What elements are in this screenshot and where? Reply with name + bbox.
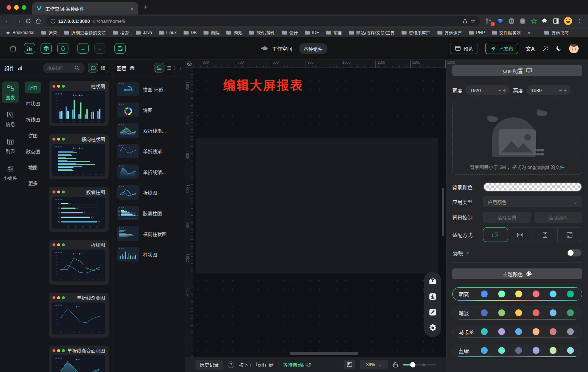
star-extension-icon[interactable] [530, 18, 537, 24]
help-icon[interactable]: ? [228, 361, 234, 368]
filter-toggle[interactable] [567, 249, 581, 256]
bookmark-folder[interactable]: IDE [305, 30, 319, 35]
width-stepper[interactable]: − + [466, 85, 510, 95]
bookmark-folder[interactable]: 搜索 [113, 30, 129, 36]
background-upload-dropzone[interactable]: 背景图需小于 5M ，格式为 png/jpg/gif 的文件 [452, 103, 582, 175]
bookmark-folder[interactable]: 项目 [326, 30, 342, 36]
bookmarks-overflow-chevron[interactable]: » [528, 30, 530, 35]
dashboard-chart-hbar[interactable] [277, 141, 347, 182]
canvas-text-element[interactable]: 编辑大屏报表 [223, 76, 303, 93]
close-window-button[interactable] [7, 5, 11, 10]
tab-manager-extension-icon[interactable]: 9 [486, 18, 492, 24]
browser-tab[interactable]: 工作空间-各种组件 × [32, 2, 138, 14]
browser-back-icon[interactable]: ← [3, 16, 13, 26]
bookmark-star-icon[interactable]: ☆ [471, 18, 475, 24]
height-field[interactable] [530, 87, 557, 93]
zoom-slider-handle[interactable] [410, 362, 415, 367]
dashboard-chart-capsule[interactable] [348, 142, 414, 186]
lock-scale-icon[interactable] [393, 362, 398, 368]
component-card[interactable]: 折线图 data1data2350300250200150100500MonTu… [49, 240, 109, 285]
layer-item[interactable]: 柱状图 [117, 247, 181, 262]
search-input[interactable] [46, 65, 73, 71]
layer-item[interactable]: 厦门20南阳40北京60上海80新疆100020406080100 胶囊柱图 [117, 206, 181, 220]
fit-stretch-button[interactable] [557, 228, 582, 242]
shortcut-extension-icon[interactable] [508, 18, 514, 24]
increase-width-button[interactable]: + [503, 87, 506, 93]
component-card[interactable]: 单折线渐变图 data1200150100500MonTueWedThuFriS… [49, 293, 109, 338]
new-tab-button[interactable]: + [144, 4, 148, 11]
home-icon[interactable] [33, 16, 43, 26]
layer-item[interactable]: 饼图 [117, 103, 181, 117]
project-name-pill[interactable]: 各种组件 [299, 43, 327, 54]
browser-profile-avatar[interactable] [564, 17, 572, 25]
undo-button[interactable]: ← [77, 43, 89, 54]
app-home-icon[interactable] [9, 45, 17, 52]
preview-button[interactable]: 预览 [450, 43, 478, 54]
bookmark-folder[interactable]: 文件服务器 [492, 30, 521, 36]
dark-mode-moon-icon[interactable] [556, 45, 562, 51]
increase-height-button[interactable]: + [564, 87, 567, 93]
minimize-window-button[interactable] [14, 5, 19, 10]
bookmark-folder[interactable]: PHP [469, 30, 485, 35]
bookmark-folder[interactable]: 近期需要读的文章 [64, 30, 106, 36]
bg-color-swatch[interactable] [483, 182, 582, 192]
bookmark-folder[interactable]: 游戏 [226, 30, 242, 36]
category-所有[interactable]: 所有 [25, 81, 41, 93]
reload-icon[interactable] [23, 16, 33, 26]
dashboard-chart-line2[interactable] [202, 183, 272, 223]
export-upload-button[interactable] [428, 276, 437, 286]
puzzle-extensions-icon[interactable] [542, 18, 548, 24]
share-icon[interactable] [462, 18, 468, 24]
layers-panel-toggle-button[interactable] [41, 43, 52, 54]
dashboard-chart-donut[interactable] [281, 217, 348, 266]
settings-gear-button[interactable] [428, 323, 437, 333]
layer-item[interactable]: 单折线渐... [117, 144, 181, 158]
sidebar-tab-列表[interactable]: 列表 [2, 135, 19, 157]
bookmark-folder[interactable]: 软件/硬件 [249, 30, 275, 36]
bookmark-folder[interactable]: 资讯未整理 [402, 30, 430, 36]
gem-extension-icon[interactable] [497, 18, 503, 24]
tab-close-icon[interactable]: × [130, 6, 134, 11]
layer-item[interactable]: 单折线渐... [117, 164, 181, 179]
import-download-button[interactable] [428, 292, 437, 301]
component-card[interactable]: 柱状图 data1data2350300250200150100500MonTu… [49, 81, 109, 126]
site-info-icon[interactable] [51, 19, 55, 24]
collapse-panel-chevron[interactable]: ‹ [180, 65, 181, 71]
sidebar-tab-图表[interactable]: 图表 [2, 81, 19, 103]
fit-height-button[interactable] [533, 228, 557, 242]
save-button[interactable] [114, 43, 126, 54]
clear-color-button[interactable]: 清除颜色 [534, 212, 583, 223]
bookmark-folder[interactable]: 其他语言 [437, 30, 462, 36]
theme-马卡龙[interactable]: 马卡龙 [452, 325, 582, 338]
zoom-slider[interactable] [403, 364, 436, 365]
magic-wand-icon[interactable] [542, 45, 549, 52]
minimap-toggle-button[interactable] [344, 360, 355, 369]
height-stepper[interactable]: − + [526, 85, 571, 95]
dashboard-preview-group[interactable] [196, 138, 438, 273]
sidebar-toggle-icon[interactable] [553, 18, 559, 24]
history-button[interactable]: 历史记录 [196, 360, 223, 370]
filter-expand-chevron[interactable]: > [466, 250, 469, 255]
bookmark-folder[interactable]: DB [184, 30, 197, 35]
theme-蓝绿[interactable]: 蓝绿 [452, 344, 582, 357]
dashboard-chart-bar[interactable] [202, 141, 272, 182]
category-折线图[interactable]: 折线图 [22, 113, 43, 125]
bookmark-folder[interactable]: Linux [159, 30, 177, 35]
clear-background-button[interactable]: 清除背景 [483, 212, 531, 223]
dashboard-chart-area2[interactable] [211, 225, 273, 269]
thumbnail-view-button[interactable] [154, 63, 164, 72]
sidebar-tab-小组件[interactable]: 小组件 [2, 162, 19, 184]
publish-button[interactable]: 已发布 [485, 43, 518, 54]
user-avatar[interactable] [569, 44, 579, 53]
fit-scale-button[interactable] [483, 228, 508, 242]
recorder-extension-icon[interactable] [519, 18, 526, 24]
width-field[interactable] [470, 87, 496, 93]
bookmark-folder[interactable]: 前端 [203, 30, 219, 36]
fit-width-button[interactable] [508, 228, 532, 242]
bookmarks-root[interactable]: ★ Bookmarks [6, 30, 34, 35]
bookmark-folder[interactable]: 运营 [41, 30, 57, 36]
detail-panel-toggle-button[interactable] [57, 43, 68, 54]
language-switch-icon[interactable]: 文A [525, 45, 535, 52]
category-饼图[interactable]: 饼图 [25, 129, 41, 141]
bookmark-folder[interactable]: Java [136, 30, 152, 35]
